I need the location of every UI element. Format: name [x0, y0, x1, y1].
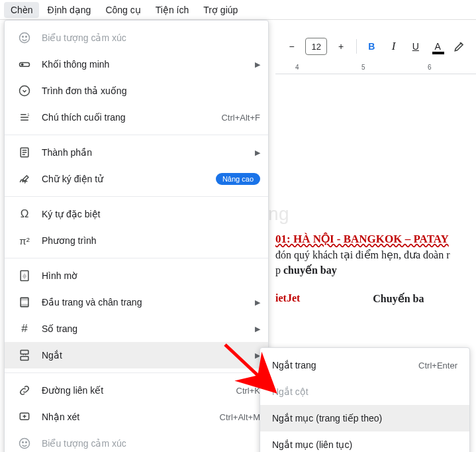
menu-item-emoji-reaction[interactable]: Biểu tượng cảm xúc [5, 430, 268, 452]
link-icon [17, 382, 32, 398]
menu-label: Hình mờ [42, 270, 260, 281]
menu-label: Ký tự đặc biệt [42, 209, 260, 219]
menu-label: Chữ ký điện tử [42, 174, 216, 184]
menu-item-headers-footers[interactable]: Đầu trang và chân trang ▶ [5, 289, 268, 315]
ruler-mark: 5 [361, 64, 365, 71]
break-icon [17, 347, 32, 363]
svg-point-1 [23, 36, 24, 38]
menu-separator [5, 372, 268, 373]
insert-menu-dropdown: Biểu tượng cảm xúc Khối thông minh ▶ Trì… [4, 20, 269, 452]
menu-item-link[interactable]: Đường liên kết Ctrl+K [5, 377, 268, 404]
menu-item-building-blocks[interactable]: Thành phần ▶ [5, 139, 268, 166]
svg-rect-16 [21, 298, 28, 300]
svg-point-4 [21, 64, 23, 66]
footnote-icon: 1 [17, 109, 32, 125]
text-color-button[interactable]: A [428, 36, 447, 57]
watermark-icon [17, 268, 32, 284]
menu-label: Số trang [42, 323, 250, 334]
menu-label: Phương trình [42, 235, 260, 246]
pi-icon: π² [17, 233, 32, 249]
font-size-input[interactable]: 12 [305, 38, 327, 55]
table-header-airline: ietJet [275, 292, 300, 305]
svg-point-2 [26, 36, 27, 38]
menu-shortcut: Ctrl+Alt+M [220, 412, 260, 422]
smart-chip-icon [17, 56, 32, 72]
bold-button[interactable]: B [362, 36, 381, 57]
italic-button[interactable]: I [384, 36, 403, 57]
highlighter-icon [453, 40, 466, 53]
menu-item-dropdown[interactable]: Trình đơn thả xuống [5, 78, 268, 104]
menu-label: Đầu trang và chân trang [42, 297, 250, 308]
menu-help[interactable]: Trợ giúp [197, 2, 244, 18]
svg-point-23 [20, 439, 30, 449]
menu-extensions[interactable]: Tiện ích [149, 2, 196, 18]
menu-label: Biểu tượng cảm xúc [42, 438, 260, 449]
submenu-arrow-icon: ▶ [255, 325, 260, 333]
submenu-arrow-icon: ▶ [255, 60, 260, 69]
menu-item-emoji[interactable]: Biểu tượng cảm xúc [5, 25, 268, 51]
submenu-item-column-break[interactable]: Ngắt cột [260, 378, 469, 405]
table-header-flight: Chuyến ba [373, 292, 424, 305]
doc-text-frag: p [275, 264, 283, 276]
menu-item-equation[interactable]: π² Phương trình [5, 227, 268, 254]
svg-point-24 [23, 442, 24, 443]
break-submenu: Ngắt trang Ctrl+Enter Ngắt cột Ngắt mục … [260, 347, 470, 452]
menu-label: Khối thông minh [42, 59, 250, 70]
ruler-mark: 4 [295, 64, 299, 71]
menu-format[interactable]: Định dạng [40, 2, 97, 18]
menu-item-watermark[interactable]: Hình mờ [5, 262, 268, 289]
text-color-label: A [434, 41, 440, 52]
doc-table-header: ietJet Chuyến ba [275, 292, 476, 305]
separator [356, 39, 357, 54]
document-canvas[interactable]: 01: HÀ NỘI - BANGKOK – PATAY đón quý khá… [275, 119, 476, 305]
doc-text-bold: chuyến bay [283, 264, 337, 276]
menu-insert[interactable]: Chèn [4, 2, 39, 18]
svg-rect-18 [21, 351, 28, 355]
menu-item-page-numbers[interactable]: # Số trang ▶ [5, 315, 268, 342]
menu-shortcut: Ctrl+K [236, 386, 260, 396]
doc-text: đón quý khách tại điểm hẹn, đưa đoàn r [275, 249, 476, 261]
menu-item-footnote[interactable]: 1 Chú thích cuối trang Ctrl+Alt+F [5, 104, 268, 131]
submenu-item-section-next-page[interactable]: Ngắt mục (trang tiếp theo) [260, 405, 469, 431]
menu-shortcut: Ctrl+Alt+F [221, 113, 260, 123]
menu-label: Trình đơn thả xuống [42, 85, 260, 96]
text-color-swatch [432, 52, 444, 54]
ruler: 4 5 6 [275, 61, 476, 74]
svg-point-5 [20, 86, 30, 96]
menu-item-break[interactable]: Ngắt ▶ [5, 342, 268, 368]
emoji-icon [17, 435, 32, 451]
font-size-decrease[interactable]: − [282, 36, 301, 57]
svg-rect-19 [21, 357, 28, 361]
submenu-arrow-icon: ▶ [255, 298, 260, 307]
signature-icon [17, 171, 32, 187]
submenu-item-page-break[interactable]: Ngắt trang Ctrl+Enter [260, 352, 469, 378]
submenu-label: Ngắt trang [272, 360, 316, 370]
menu-item-smart-chips[interactable]: Khối thông minh ▶ [5, 51, 268, 78]
svg-rect-17 [21, 304, 28, 306]
header-footer-icon [17, 294, 32, 310]
ruler-mark: 6 [428, 64, 432, 71]
menu-item-esignature[interactable]: Chữ ký điện tử Nâng cao [5, 166, 268, 192]
doc-text: p chuyến bay [275, 264, 476, 276]
comment-icon [17, 409, 32, 425]
menu-label: Ngắt [42, 350, 250, 361]
menu-tools[interactable]: Công cụ [99, 2, 147, 18]
underline-button[interactable]: U [406, 36, 425, 57]
menu-item-special-chars[interactable]: Ω Ký tự đặc biệt [5, 201, 268, 227]
font-size-increase[interactable]: + [331, 36, 350, 57]
submenu-item-section-continuous[interactable]: Ngắt mục (liên tục) [260, 431, 469, 452]
hash-icon: # [17, 321, 32, 337]
menu-label: Biểu tượng cảm xúc [42, 32, 260, 43]
svg-point-0 [20, 33, 30, 43]
menu-separator [5, 135, 268, 135]
highlight-button[interactable] [450, 36, 469, 57]
menu-item-comment[interactable]: Nhận xét Ctrl+Alt+M [5, 404, 268, 430]
svg-point-25 [26, 442, 27, 443]
menu-separator [5, 258, 268, 258]
submenu-label: Ngắt cột [272, 386, 309, 397]
menu-label: Chú thích cuối trang [42, 112, 221, 123]
menu-label: Thành phần [42, 147, 250, 158]
submenu-label: Ngắt mục (liên tục) [272, 439, 352, 450]
svg-text:1: 1 [27, 113, 29, 117]
menubar: Chèn Định dạng Công cụ Tiện ích Trợ giúp [0, 0, 476, 20]
